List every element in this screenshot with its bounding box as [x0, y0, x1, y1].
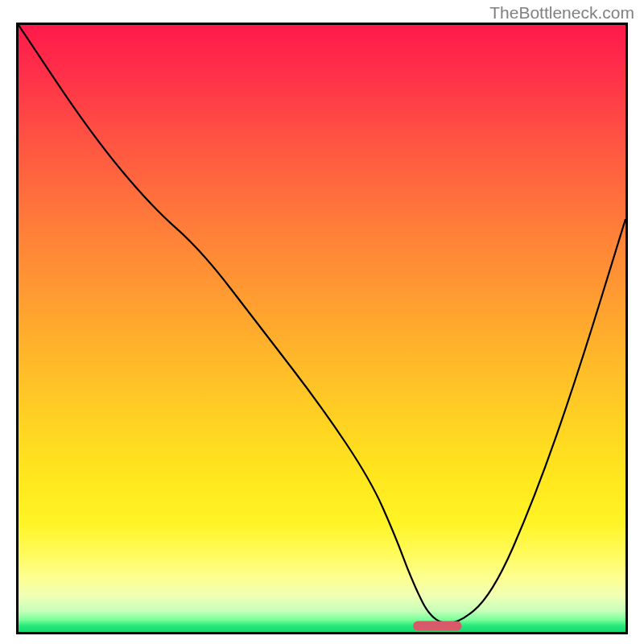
plot-area [16, 23, 628, 634]
bottleneck-curve [19, 25, 625, 623]
optimal-marker [413, 621, 461, 630]
chart-container: TheBottleneck.com [0, 0, 644, 644]
watermark-text: TheBottleneck.com [489, 3, 634, 23]
curve-svg [19, 25, 625, 632]
